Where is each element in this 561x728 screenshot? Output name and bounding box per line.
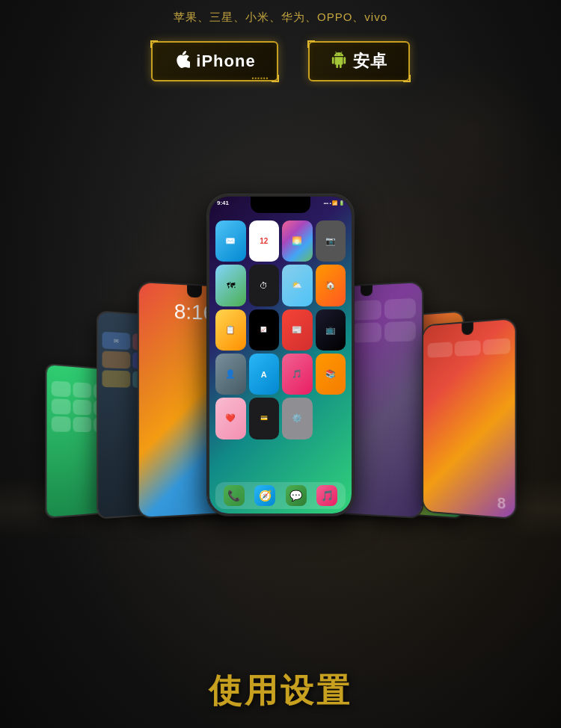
phone-iphonex: 9:41 ▪▪▪ ▪ 📶 🔋 ✉️ 12 🌅 📷 🗺 ⏱ ⛅ 🏠 📋 📈 📰 [207,194,354,516]
app-books: 📚 [316,354,346,395]
app-empty [316,398,346,439]
iphone-button-label: iPhone [196,52,255,71]
dock: 📞 🧭 💬 🎵 [215,482,346,509]
status-icons: ▪▪▪ ▪ 📶 🔋 [323,200,344,206]
app-news: 📰 [282,309,313,351]
iphonex-screen: 9:41 ▪▪▪ ▪ 📶 🔋 ✉️ 12 🌅 📷 🗺 ⏱ ⛅ 🏠 📋 📈 📰 [209,197,352,513]
apple-icon [174,50,190,73]
app-contacts: 👤 [215,354,246,395]
xiaomi-notch [187,285,202,297]
btn-dashes-decoration: ▪▪▪▪▪▪ [252,75,269,81]
app-weather: ⛅ [282,265,313,306]
dock-messages: 💬 [286,485,307,506]
dock-safari: 🧭 [254,485,275,506]
phones-area: 8:16 ✉ 22 [0,120,561,538]
app-appstore: A [249,354,280,395]
app-tv: 📺 [316,309,346,351]
app-itunes: 🎵 [282,354,313,395]
page-container: 苹果、三星、小米、华为、OPPO、vivo iPhone ▪▪▪▪▪▪ 安卓 [0,0,561,728]
dock-phone: 📞 [224,485,245,506]
phone-huawei-p20-screen: 8 [423,319,515,518]
app-calendar: 12 [249,220,280,262]
subtitle: 苹果、三星、小米、华为、OPPO、vivo [0,10,561,25]
iphone-button[interactable]: iPhone ▪▪▪▪▪▪ [151,41,278,81]
bottom-title: 使用设置 [0,669,561,713]
dock-music: 🎵 [316,485,337,506]
app-stocks: 📈 [249,309,280,351]
android-icon [331,51,347,72]
app-wallet: 💳 [249,398,280,439]
app-camera: 📷 [316,220,346,262]
app-home: 🏠 [316,265,346,306]
status-time: 9:41 [217,200,229,206]
app-grid: ✉️ 12 🌅 📷 🗺 ⏱ ⛅ 🏠 📋 📈 📰 📺 👤 A 🎵 📚 [215,220,346,484]
app-notes: 📋 [215,309,246,351]
iphonex-notch [251,197,310,213]
platform-buttons-row: iPhone ▪▪▪▪▪▪ 安卓 [0,41,561,81]
phone-huawei-p20: 8 [422,318,516,520]
app-settings: ⚙️ [282,398,313,439]
app-mail: ✉️ [215,220,246,262]
android-button-label: 安卓 [353,50,387,73]
app-maps: 🗺 [215,265,246,306]
app-clock: ⏱ [249,265,280,306]
app-photos: 🌅 [282,220,313,262]
app-health: ❤️ [215,398,246,439]
android-button[interactable]: 安卓 [308,41,410,81]
